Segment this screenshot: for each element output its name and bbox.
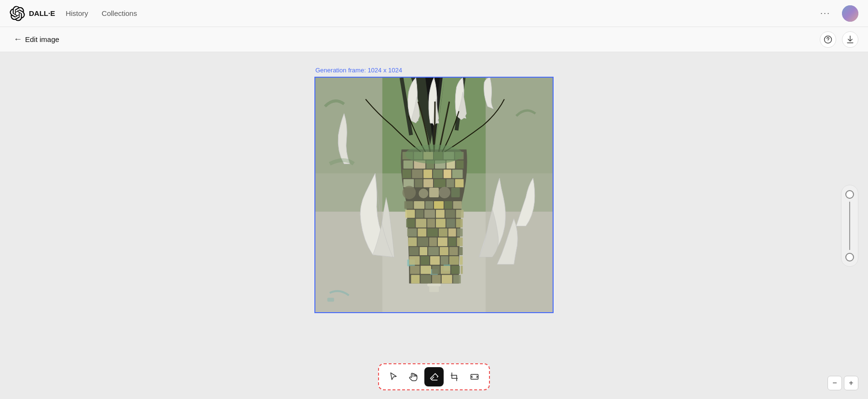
image-frame[interactable]: [314, 77, 554, 313]
edit-toolbar: ← Edit image: [0, 27, 868, 52]
eraser-tool-button[interactable]: [424, 367, 444, 386]
app-name: DALL·E: [29, 9, 55, 17]
slider-top-handle[interactable]: [845, 190, 854, 199]
svg-rect-54: [427, 283, 441, 286]
svg-rect-91: [432, 275, 441, 284]
svg-rect-44: [424, 210, 435, 218]
painting-image: [315, 78, 553, 312]
svg-rect-81: [449, 256, 459, 265]
svg-rect-61: [427, 228, 438, 236]
hand-icon: [409, 372, 419, 382]
brush-size-slider[interactable]: [841, 185, 858, 267]
svg-rect-40: [445, 201, 452, 209]
history-link[interactable]: History: [63, 7, 91, 19]
svg-rect-45: [436, 210, 445, 218]
svg-rect-77: [409, 256, 420, 265]
svg-rect-35: [451, 188, 460, 197]
svg-rect-70: [457, 237, 463, 246]
zoom-out-button[interactable]: −: [827, 376, 842, 390]
expand-tool-button[interactable]: [465, 367, 484, 386]
svg-rect-47: [456, 210, 464, 218]
svg-rect-53: [456, 219, 463, 228]
svg-rect-71: [409, 247, 419, 255]
svg-rect-69: [448, 237, 456, 246]
svg-rect-93: [453, 275, 461, 284]
svg-point-32: [419, 189, 428, 198]
download-icon: [845, 35, 855, 44]
svg-rect-26: [415, 179, 422, 187]
svg-rect-24: [452, 169, 463, 178]
svg-rect-83: [410, 266, 420, 274]
svg-rect-19: [403, 169, 411, 178]
zoom-controls: − +: [827, 376, 858, 390]
hand-tool-button[interactable]: [404, 367, 423, 386]
svg-rect-22: [433, 169, 443, 178]
svg-rect-28: [434, 179, 446, 187]
svg-rect-79: [430, 256, 440, 265]
zoom-in-button[interactable]: +: [844, 376, 858, 390]
svg-rect-88: [461, 266, 463, 274]
svg-point-1: [828, 41, 828, 42]
svg-rect-43: [416, 210, 423, 218]
svg-rect-52: [447, 219, 455, 228]
question-circle-icon: [823, 35, 833, 44]
svg-rect-30: [455, 179, 464, 187]
svg-rect-65: [408, 237, 417, 246]
svg-rect-46: [446, 210, 455, 218]
crop-icon: [449, 372, 459, 382]
svg-rect-48: [406, 219, 415, 228]
page-title: Edit image: [25, 35, 59, 43]
canvas-wrapper: Generation frame: 1024 x 1024: [314, 67, 554, 313]
svg-rect-51: [436, 219, 446, 228]
svg-rect-74: [440, 247, 448, 255]
app-logo[interactable]: DALL·E: [10, 6, 55, 21]
crop-tool-button[interactable]: [445, 367, 464, 386]
svg-rect-95: [327, 298, 334, 302]
help-button[interactable]: [820, 31, 836, 48]
svg-rect-20: [412, 169, 422, 178]
svg-rect-49: [416, 219, 426, 228]
user-avatar[interactable]: [842, 5, 858, 22]
svg-rect-82: [460, 256, 463, 265]
avatar-image: [842, 5, 858, 22]
svg-rect-96: [471, 374, 478, 379]
collections-link[interactable]: Collections: [99, 7, 140, 19]
svg-rect-55: [429, 286, 439, 292]
svg-rect-78: [420, 256, 429, 265]
top-navigation: DALL·E History Collections ···: [0, 0, 868, 27]
slider-bottom-handle[interactable]: [845, 253, 854, 261]
more-menu-button[interactable]: ···: [816, 6, 834, 20]
select-tool-button[interactable]: [384, 367, 403, 386]
svg-rect-84: [420, 266, 431, 274]
eraser-icon: [429, 372, 439, 382]
svg-rect-66: [418, 237, 428, 246]
svg-rect-29: [447, 179, 454, 187]
svg-rect-86: [441, 266, 450, 274]
generation-frame-label: Generation frame: 1024 x 1024: [314, 67, 402, 74]
svg-rect-50: [427, 219, 435, 228]
svg-rect-33: [429, 188, 439, 197]
svg-rect-23: [444, 169, 451, 178]
svg-rect-39: [434, 201, 444, 209]
svg-rect-18: [456, 161, 464, 169]
svg-point-94: [405, 145, 462, 164]
back-button[interactable]: ← Edit image: [10, 32, 63, 46]
svg-rect-80: [441, 256, 448, 265]
download-button[interactable]: [842, 31, 858, 48]
svg-rect-76: [459, 247, 463, 255]
svg-rect-85: [432, 266, 440, 274]
svg-rect-72: [420, 247, 427, 255]
svg-rect-68: [438, 237, 448, 246]
svg-rect-87: [451, 266, 460, 274]
svg-rect-21: [423, 169, 432, 178]
slider-track: [849, 202, 850, 250]
svg-point-31: [403, 186, 416, 199]
svg-rect-27: [423, 179, 433, 187]
svg-rect-38: [425, 201, 433, 209]
main-canvas-area: Generation frame: 1024 x 1024: [0, 52, 868, 399]
svg-point-34: [439, 187, 450, 198]
svg-rect-60: [418, 228, 426, 236]
svg-rect-63: [448, 228, 456, 236]
expand-icon: [470, 372, 479, 382]
bottom-toolbar: [378, 363, 490, 390]
